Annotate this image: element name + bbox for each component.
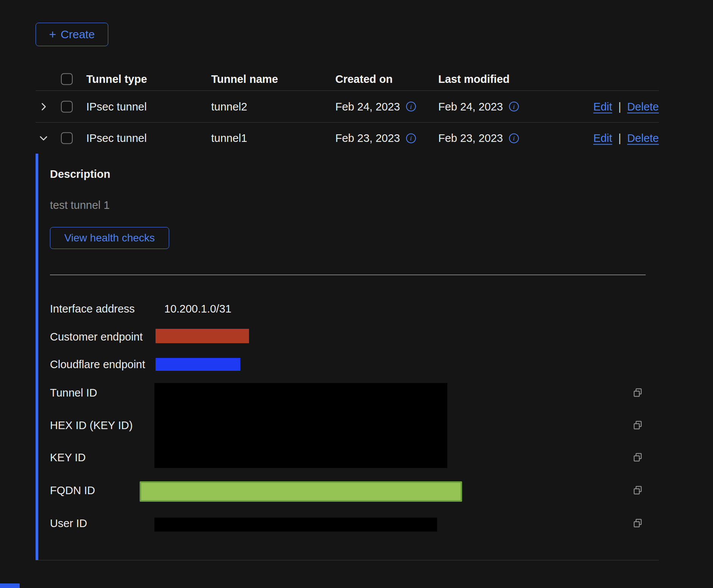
view-health-checks-button[interactable]: View health checks <box>50 227 169 249</box>
fqdn-id-label: FQDN ID <box>50 484 95 497</box>
cloudflare-endpoint-redaction <box>156 358 240 371</box>
tunnel-name-cell: tunnel2 <box>211 100 247 113</box>
column-header-last-modified: Last modified <box>438 73 510 85</box>
table-row: IPsec tunnel tunnel1 Feb 23, 2023 i Feb … <box>36 123 659 154</box>
select-all-checkbox[interactable] <box>61 73 73 85</box>
table-header-row: Tunnel type Tunnel name Created on Last … <box>36 67 659 91</box>
last-modified-cell: Feb 23, 2023 i <box>438 132 519 145</box>
created-on-value: Feb 24, 2023 <box>335 100 400 113</box>
hex-id-label: HEX ID (KEY ID) <box>50 418 133 432</box>
create-button[interactable]: + Create <box>36 23 108 46</box>
column-header-created-on: Created on <box>335 73 392 85</box>
chevron-right-icon[interactable] <box>38 101 49 112</box>
row-checkbox[interactable] <box>61 101 73 112</box>
horizontal-scrollbar-thumb[interactable] <box>0 583 20 588</box>
info-icon[interactable]: i <box>509 133 519 143</box>
copy-key-id-button[interactable] <box>632 452 643 463</box>
section-divider <box>50 275 646 275</box>
last-modified-value: Feb 23, 2023 <box>438 132 503 145</box>
column-header-tunnel-name: Tunnel name <box>211 73 278 85</box>
column-header-tunnel-type: Tunnel type <box>86 73 147 85</box>
row-actions: Edit | Delete <box>593 100 659 113</box>
created-on-cell: Feb 24, 2023 i <box>335 100 416 113</box>
ipsec-tunnels-page: + Create Tunnel type Tunnel name Created… <box>0 0 713 588</box>
tunnel-name-cell: tunnel1 <box>211 132 247 145</box>
last-modified-cell: Feb 24, 2023 i <box>438 100 519 113</box>
table-row: IPsec tunnel tunnel2 Feb 24, 2023 i Feb … <box>36 91 659 123</box>
chevron-down-icon[interactable] <box>38 132 49 144</box>
last-modified-value: Feb 24, 2023 <box>438 100 503 113</box>
fqdn-id-redaction <box>140 481 462 502</box>
created-on-cell: Feb 23, 2023 i <box>335 132 416 145</box>
copy-tunnel-id-button[interactable] <box>632 387 643 398</box>
key-id-label: KEY ID <box>50 451 86 464</box>
interface-address-label: Interface address <box>50 302 135 316</box>
user-id-redaction <box>154 518 437 532</box>
plus-icon: + <box>49 28 56 40</box>
copy-user-id-button[interactable] <box>632 518 643 529</box>
info-icon[interactable]: i <box>406 102 416 112</box>
customer-endpoint-redaction <box>156 329 249 343</box>
user-id-label: User ID <box>50 516 87 530</box>
copy-hex-id-button[interactable] <box>632 420 643 431</box>
row-actions: Edit | Delete <box>593 132 659 145</box>
tunnel-details-panel: Description test tunnel 1 View health ch… <box>36 154 659 560</box>
delete-link[interactable]: Delete <box>627 132 659 145</box>
copy-fqdn-id-button[interactable] <box>632 485 643 496</box>
ids-redaction <box>154 383 447 468</box>
cloudflare-endpoint-label: Cloudflare endpoint <box>50 358 145 371</box>
customer-endpoint-label: Customer endpoint <box>50 330 143 344</box>
created-on-value: Feb 23, 2023 <box>335 132 400 145</box>
delete-link[interactable]: Delete <box>627 100 659 113</box>
tunnel-type-cell: IPsec tunnel <box>86 132 147 145</box>
tunnel-type-cell: IPsec tunnel <box>86 100 147 113</box>
description-heading: Description <box>50 168 111 180</box>
edit-link[interactable]: Edit <box>593 132 612 145</box>
actions-separator: | <box>618 132 621 145</box>
create-button-label: Create <box>61 28 95 41</box>
tunnel-id-label: Tunnel ID <box>50 386 97 400</box>
info-icon[interactable]: i <box>509 102 519 112</box>
row-checkbox[interactable] <box>61 132 73 144</box>
description-value: test tunnel 1 <box>50 199 110 212</box>
actions-separator: | <box>618 100 621 113</box>
expanded-row-indicator <box>36 154 38 560</box>
interface-address-value: 10.200.1.0/31 <box>164 302 231 316</box>
edit-link[interactable]: Edit <box>593 100 612 113</box>
info-icon[interactable]: i <box>406 133 416 143</box>
